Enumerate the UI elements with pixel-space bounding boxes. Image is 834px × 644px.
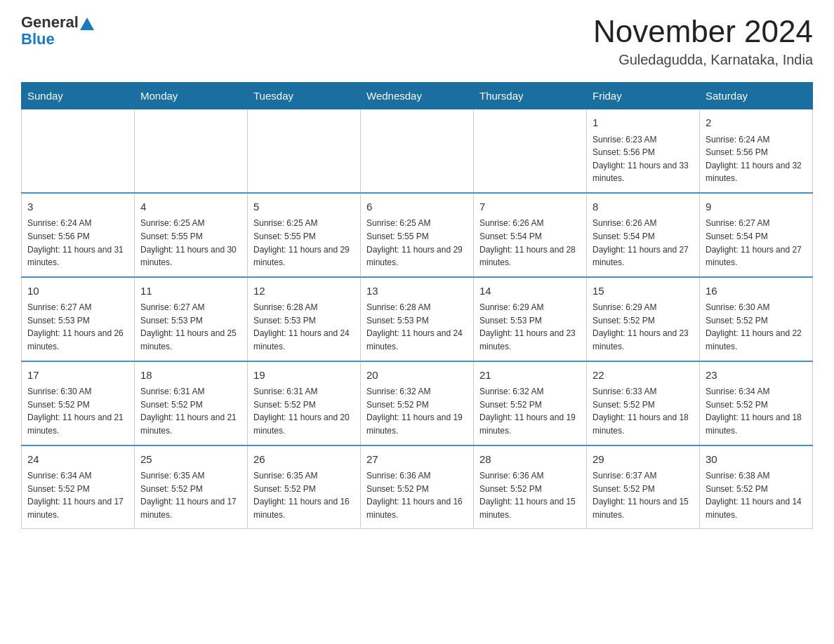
day-info: Sunrise: 6:28 AMSunset: 5:53 PMDaylight:…: [366, 301, 468, 353]
day-header-thursday: Thursday: [474, 83, 587, 109]
calendar-cell: 9Sunrise: 6:27 AMSunset: 5:54 PMDaylight…: [700, 193, 813, 277]
calendar-cell: [361, 109, 474, 193]
calendar-cell: 24Sunrise: 6:34 AMSunset: 5:52 PMDayligh…: [22, 445, 135, 529]
calendar-cell: 2Sunrise: 6:24 AMSunset: 5:56 PMDaylight…: [700, 109, 813, 193]
day-number: 18: [140, 368, 241, 384]
calendar-cell: 11Sunrise: 6:27 AMSunset: 5:53 PMDayligh…: [135, 277, 248, 361]
calendar-cell: [22, 109, 135, 193]
logo-blue-text: Blue: [21, 30, 55, 48]
day-info: Sunrise: 6:36 AMSunset: 5:52 PMDaylight:…: [366, 469, 468, 521]
calendar-cell: [135, 109, 248, 193]
day-number: 6: [366, 199, 468, 215]
day-info: Sunrise: 6:26 AMSunset: 5:54 PMDaylight:…: [479, 217, 581, 269]
day-header-wednesday: Wednesday: [361, 83, 474, 109]
calendar-cell: [474, 109, 587, 193]
day-info: Sunrise: 6:27 AMSunset: 5:54 PMDaylight:…: [706, 217, 807, 269]
day-info: Sunrise: 6:23 AMSunset: 5:56 PMDaylight:…: [593, 133, 694, 185]
calendar-cell: 22Sunrise: 6:33 AMSunset: 5:52 PMDayligh…: [587, 361, 700, 445]
day-info: Sunrise: 6:29 AMSunset: 5:52 PMDaylight:…: [593, 301, 694, 353]
day-number: 22: [593, 368, 694, 384]
week-row-2: 3Sunrise: 6:24 AMSunset: 5:56 PMDaylight…: [22, 193, 813, 277]
day-info: Sunrise: 6:34 AMSunset: 5:52 PMDaylight:…: [706, 385, 807, 437]
title-area: November 2024 Guledagudda, Karnataka, In…: [593, 14, 813, 68]
calendar-cell: 17Sunrise: 6:30 AMSunset: 5:52 PMDayligh…: [22, 361, 135, 445]
day-info: Sunrise: 6:32 AMSunset: 5:52 PMDaylight:…: [479, 385, 581, 437]
calendar-cell: 19Sunrise: 6:31 AMSunset: 5:52 PMDayligh…: [248, 361, 361, 445]
calendar-cell: 28Sunrise: 6:36 AMSunset: 5:52 PMDayligh…: [474, 445, 587, 529]
calendar-cell: 20Sunrise: 6:32 AMSunset: 5:52 PMDayligh…: [361, 361, 474, 445]
calendar-cell: 3Sunrise: 6:24 AMSunset: 5:56 PMDaylight…: [22, 193, 135, 277]
day-number: 27: [366, 452, 468, 468]
day-number: 24: [27, 452, 128, 468]
day-number: 19: [253, 368, 355, 384]
calendar-cell: 7Sunrise: 6:26 AMSunset: 5:54 PMDaylight…: [474, 193, 587, 277]
calendar-cell: [248, 109, 361, 193]
day-number: 17: [27, 368, 128, 384]
calendar-table: SundayMondayTuesdayWednesdayThursdayFrid…: [21, 82, 813, 529]
calendar-cell: 13Sunrise: 6:28 AMSunset: 5:53 PMDayligh…: [361, 277, 474, 361]
calendar-cell: 23Sunrise: 6:34 AMSunset: 5:52 PMDayligh…: [700, 361, 813, 445]
calendar-cell: 8Sunrise: 6:26 AMSunset: 5:54 PMDaylight…: [587, 193, 700, 277]
day-info: Sunrise: 6:26 AMSunset: 5:54 PMDaylight:…: [593, 217, 694, 269]
day-info: Sunrise: 6:33 AMSunset: 5:52 PMDaylight:…: [593, 385, 694, 437]
calendar-cell: 1Sunrise: 6:23 AMSunset: 5:56 PMDaylight…: [587, 109, 700, 193]
day-number: 4: [140, 199, 241, 215]
day-header-sunday: Sunday: [22, 83, 135, 109]
day-info: Sunrise: 6:37 AMSunset: 5:52 PMDaylight:…: [593, 469, 694, 521]
day-header-friday: Friday: [587, 83, 700, 109]
calendar-cell: 6Sunrise: 6:25 AMSunset: 5:55 PMDaylight…: [361, 193, 474, 277]
day-info: Sunrise: 6:31 AMSunset: 5:52 PMDaylight:…: [140, 385, 241, 437]
day-info: Sunrise: 6:30 AMSunset: 5:52 PMDaylight:…: [27, 385, 128, 437]
day-number: 13: [366, 283, 468, 300]
calendar-cell: 29Sunrise: 6:37 AMSunset: 5:52 PMDayligh…: [587, 445, 700, 529]
day-number: 11: [140, 283, 241, 300]
calendar-cell: 26Sunrise: 6:35 AMSunset: 5:52 PMDayligh…: [248, 445, 361, 529]
day-info: Sunrise: 6:29 AMSunset: 5:53 PMDaylight:…: [479, 301, 581, 353]
header-row: SundayMondayTuesdayWednesdayThursdayFrid…: [22, 83, 813, 109]
calendar-cell: 4Sunrise: 6:25 AMSunset: 5:55 PMDaylight…: [135, 193, 248, 277]
day-info: Sunrise: 6:35 AMSunset: 5:52 PMDaylight:…: [253, 469, 355, 521]
week-row-5: 24Sunrise: 6:34 AMSunset: 5:52 PMDayligh…: [22, 445, 813, 529]
calendar-cell: 12Sunrise: 6:28 AMSunset: 5:53 PMDayligh…: [248, 277, 361, 361]
day-info: Sunrise: 6:24 AMSunset: 5:56 PMDaylight:…: [27, 217, 128, 269]
day-number: 3: [27, 199, 128, 215]
day-header-saturday: Saturday: [700, 83, 813, 109]
week-row-4: 17Sunrise: 6:30 AMSunset: 5:52 PMDayligh…: [22, 361, 813, 445]
calendar-cell: 5Sunrise: 6:25 AMSunset: 5:55 PMDaylight…: [248, 193, 361, 277]
day-number: 25: [140, 452, 241, 468]
day-number: 16: [706, 283, 807, 300]
calendar-cell: 10Sunrise: 6:27 AMSunset: 5:53 PMDayligh…: [22, 277, 135, 361]
day-info: Sunrise: 6:28 AMSunset: 5:53 PMDaylight:…: [253, 301, 355, 353]
calendar-cell: 15Sunrise: 6:29 AMSunset: 5:52 PMDayligh…: [587, 277, 700, 361]
logo-general-text: General: [21, 14, 79, 31]
month-title: November 2024: [593, 14, 813, 49]
day-info: Sunrise: 6:32 AMSunset: 5:52 PMDaylight:…: [366, 385, 468, 437]
day-number: 5: [253, 199, 355, 215]
day-number: 12: [253, 283, 355, 300]
calendar-cell: 27Sunrise: 6:36 AMSunset: 5:52 PMDayligh…: [361, 445, 474, 529]
day-number: 23: [706, 368, 807, 384]
location-title: Guledagudda, Karnataka, India: [593, 52, 813, 68]
day-info: Sunrise: 6:30 AMSunset: 5:52 PMDaylight:…: [706, 301, 807, 353]
day-header-tuesday: Tuesday: [248, 83, 361, 109]
calendar-cell: 18Sunrise: 6:31 AMSunset: 5:52 PMDayligh…: [135, 361, 248, 445]
calendar-cell: 21Sunrise: 6:32 AMSunset: 5:52 PMDayligh…: [474, 361, 587, 445]
logo: General Blue: [21, 14, 94, 48]
week-row-1: 1Sunrise: 6:23 AMSunset: 5:56 PMDaylight…: [22, 109, 813, 193]
calendar-cell: 16Sunrise: 6:30 AMSunset: 5:52 PMDayligh…: [700, 277, 813, 361]
day-header-monday: Monday: [135, 83, 248, 109]
day-number: 28: [479, 452, 581, 468]
day-info: Sunrise: 6:31 AMSunset: 5:52 PMDaylight:…: [253, 385, 355, 437]
calendar-cell: 14Sunrise: 6:29 AMSunset: 5:53 PMDayligh…: [474, 277, 587, 361]
day-info: Sunrise: 6:25 AMSunset: 5:55 PMDaylight:…: [140, 217, 241, 269]
day-info: Sunrise: 6:25 AMSunset: 5:55 PMDaylight:…: [366, 217, 468, 269]
day-number: 7: [479, 199, 581, 215]
day-number: 21: [479, 368, 581, 384]
day-info: Sunrise: 6:38 AMSunset: 5:52 PMDaylight:…: [706, 469, 807, 521]
logo-triangle-icon: [80, 18, 94, 30]
day-info: Sunrise: 6:36 AMSunset: 5:52 PMDaylight:…: [479, 469, 581, 521]
day-number: 29: [593, 452, 694, 468]
day-number: 26: [253, 452, 355, 468]
day-number: 1: [593, 115, 694, 131]
week-row-3: 10Sunrise: 6:27 AMSunset: 5:53 PMDayligh…: [22, 277, 813, 361]
